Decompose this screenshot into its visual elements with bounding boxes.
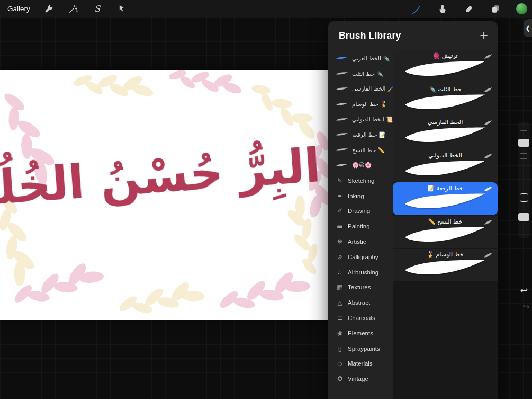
brush-set-item-khat-al-thuluth[interactable]: خط الثلث ✒️ bbox=[328, 66, 393, 82]
brush-set-label: خط الرقعة 📝 bbox=[352, 131, 386, 138]
modify-button[interactable] bbox=[520, 193, 528, 202]
brush-set-label: خط النسخ ✏️ bbox=[352, 147, 385, 154]
brush-set-label: خط الوسام 🎖️ bbox=[352, 101, 387, 108]
brush-item-al-khat-al-diwani[interactable]: الخط الديواني bbox=[393, 149, 498, 182]
category-item-calligraphy[interactable]: aCalligraphy bbox=[328, 249, 393, 264]
artwork-canvas[interactable]: البِرُّ حُسْنُ الخُلُقِ bbox=[0, 70, 339, 320]
category-label: Materials bbox=[348, 360, 373, 367]
transform-arrow-icon[interactable] bbox=[116, 3, 128, 15]
brush-library-body: الخط العربي ✒️ خط الثلث ✒️ الخط الفارسي … bbox=[328, 50, 498, 399]
category-label: Drawing bbox=[348, 208, 370, 214]
brush-library-title: Brush Library bbox=[339, 30, 401, 41]
brush-set-item-al-khat-al-diwani[interactable]: الخط الديواني 📜 bbox=[328, 112, 393, 127]
gallery-button[interactable]: Gallery bbox=[7, 5, 30, 13]
airbrush-icon: ∴ bbox=[336, 269, 344, 276]
category-item-spraypaints[interactable]: ▯Spraypaints bbox=[328, 341, 393, 356]
artistic-star-icon: ❋ bbox=[336, 238, 344, 245]
brush-tool-icon[interactable] bbox=[410, 3, 422, 15]
brush-item-khat-al-naskh[interactable]: خط النسخ ✏️ bbox=[393, 216, 498, 249]
brush-item-khat-al-wisam[interactable]: خط الوسام 🎖️ bbox=[393, 249, 498, 281]
category-label: Airbrushing bbox=[348, 269, 378, 276]
add-brush-button[interactable]: + bbox=[480, 29, 488, 42]
category-label: Charcoals bbox=[348, 315, 375, 321]
brush-set-thumbnail-icon bbox=[336, 163, 348, 168]
layers-icon[interactable] bbox=[490, 3, 501, 15]
brush-set-item-khat-al-ruqah[interactable]: خط الرقعة 📝 bbox=[328, 127, 393, 143]
brush-name: خط النسخ ✏️ bbox=[428, 218, 463, 225]
brush-item-khat-al-thuluth[interactable]: خط الثلث ✒️ bbox=[393, 83, 498, 116]
category-label: Vintage bbox=[348, 376, 368, 382]
brush-name: خط الرقعة 📝 bbox=[428, 185, 463, 192]
brush-category-list: الخط العربي ✒️ خط الثلث ✒️ الخط الفارسي … bbox=[328, 50, 393, 399]
category-label: Abstract bbox=[348, 299, 370, 306]
category-item-inking[interactable]: ✒Inking bbox=[328, 188, 393, 203]
brush-set-thumbnail-icon bbox=[336, 56, 348, 61]
abstract-triangle-icon: △ bbox=[336, 299, 344, 306]
actions-wrench-icon[interactable] bbox=[43, 3, 55, 15]
brush-set-item-al-khat-al-farsi[interactable]: الخط الفارسي 🖌️ bbox=[328, 82, 393, 97]
elements-sphere-icon: ◉ bbox=[336, 330, 344, 336]
brush-stroke-preview bbox=[400, 225, 491, 244]
category-label: Spraypaints bbox=[348, 345, 380, 352]
brush-stroke-preview bbox=[400, 159, 491, 178]
category-item-airbrushing[interactable]: ∴Airbrushing bbox=[328, 264, 393, 280]
category-item-abstract[interactable]: △Abstract bbox=[328, 295, 393, 311]
selection-icon[interactable]: S bbox=[92, 3, 103, 15]
category-item-charcoals[interactable]: ≡Charcoals bbox=[328, 311, 393, 326]
category-item-textures[interactable]: ▦Textures bbox=[328, 280, 393, 295]
color-swatch[interactable] bbox=[516, 3, 527, 14]
category-item-vintage[interactable]: ✪Vintage bbox=[328, 371, 393, 387]
slider-tick bbox=[520, 130, 527, 131]
brush-size-slider-handle[interactable] bbox=[518, 139, 529, 147]
brush-set-item-khat-al-naskh[interactable]: خط النسخ ✏️ bbox=[328, 143, 393, 158]
brush-set-thumbnail-icon bbox=[336, 71, 348, 76]
paint-stroke-icon: ▬ bbox=[336, 223, 344, 229]
adjustments-wand-icon[interactable] bbox=[67, 3, 79, 15]
ink-nib-icon: ✒ bbox=[336, 193, 344, 199]
brush-set-item-khat-al-wisam[interactable]: خط الوسام 🎖️ bbox=[328, 96, 393, 112]
brush-set-label: خط الثلث ✒️ bbox=[352, 70, 383, 77]
undo-button[interactable]: ↩ bbox=[520, 286, 528, 295]
category-item-drawing[interactable]: ✐Drawing bbox=[328, 203, 393, 219]
brush-set-label: 🌸😀🌸 bbox=[352, 162, 372, 169]
toolbar-left-group: Gallery S bbox=[0, 3, 128, 15]
spraycan-icon: ▯ bbox=[336, 345, 344, 352]
chevron-left-icon: ❮ bbox=[525, 25, 530, 32]
brush-set-thumbnail-icon bbox=[336, 102, 348, 107]
brush-set-label: الخط الفارسي 🖌️ bbox=[352, 85, 393, 92]
category-item-artistic[interactable]: ❋Artistic bbox=[328, 234, 393, 250]
vintage-star-icon: ✪ bbox=[336, 376, 344, 382]
brush-set-thumbnail-icon bbox=[336, 86, 348, 92]
brush-set-label: الخط العربي ✒️ bbox=[352, 55, 390, 62]
smudge-tool-icon[interactable] bbox=[437, 3, 448, 15]
brush-set-thumbnail-icon bbox=[336, 132, 348, 137]
brush-item-tartish[interactable]: ترتيش 🧶 bbox=[393, 50, 498, 83]
brush-item-khat-al-ruqah-selected[interactable]: خط الرقعة 📝 bbox=[393, 182, 498, 215]
category-item-materials[interactable]: ◇Materials bbox=[328, 356, 393, 371]
texture-grid-icon: ▦ bbox=[336, 284, 344, 290]
brush-stroke-preview bbox=[400, 126, 491, 144]
category-item-painting[interactable]: ▬Painting bbox=[328, 219, 393, 234]
sidebar-collapse-handle[interactable]: ❮ bbox=[524, 19, 532, 37]
brush-set-label: الخط الديواني 📜 bbox=[352, 116, 393, 123]
category-label: Textures bbox=[348, 284, 371, 290]
eraser-tool-icon[interactable] bbox=[463, 3, 475, 15]
brush-name: ترتيش 🧶 bbox=[433, 52, 458, 59]
pencil-icon: ✎ bbox=[336, 178, 344, 184]
redo-button[interactable]: ↪ bbox=[522, 303, 529, 311]
category-label: Painting bbox=[348, 223, 370, 229]
brush-set-item-emoji-set[interactable]: 🌸😀🌸 bbox=[328, 158, 393, 173]
brush-set-item-al-khat-al-arabi[interactable]: الخط العربي ✒️ bbox=[328, 51, 393, 66]
opacity-slider-handle[interactable] bbox=[518, 213, 529, 221]
category-label: Elements bbox=[348, 330, 373, 336]
category-item-elements[interactable]: ◉Elements bbox=[328, 325, 393, 341]
brush-list: ترتيش 🧶 خط الثلث ✒️ الخط الفارسي الخط ال… bbox=[393, 50, 498, 399]
category-item-sketching[interactable]: ✎Sketching bbox=[328, 173, 393, 188]
category-label: Sketching bbox=[348, 178, 375, 184]
brush-name: خط الوسام 🎖️ bbox=[427, 251, 463, 258]
brush-set-thumbnail-icon bbox=[336, 147, 348, 153]
brush-item-al-khat-al-farsi[interactable]: الخط الفارسي bbox=[393, 116, 498, 149]
brush-stroke-preview bbox=[400, 258, 491, 277]
category-label: Calligraphy bbox=[348, 254, 378, 260]
top-toolbar: Gallery S bbox=[0, 0, 532, 17]
